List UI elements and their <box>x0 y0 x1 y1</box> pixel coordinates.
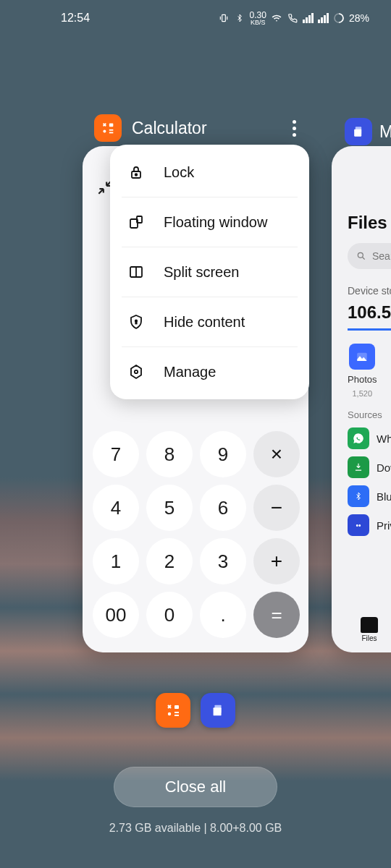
app-header-files[interactable]: M <box>345 118 391 145</box>
key-2[interactable]: 2 <box>146 538 193 584</box>
storage-used-value: 106.5 GB <box>348 302 391 331</box>
source-label: Bluetooth <box>377 490 391 503</box>
key-8[interactable]: 8 <box>146 431 193 477</box>
menu-label: Hide content <box>164 314 245 331</box>
key-multiply[interactable]: × <box>253 431 300 477</box>
status-bar: 12:54 0.30KB/S 28% <box>0 0 391 36</box>
source-downloads[interactable]: Downloads <box>348 456 391 478</box>
dock-app-calculator[interactable] <box>156 693 190 728</box>
private-icon: •• <box>348 514 369 536</box>
key-0[interactable]: 0 <box>146 592 193 638</box>
battery-ring-icon <box>333 12 345 24</box>
key-plus[interactable]: + <box>253 538 300 584</box>
close-all-button[interactable]: Close all <box>114 767 277 807</box>
split-screen-icon <box>126 262 146 282</box>
dock-app-files[interactable] <box>201 693 235 728</box>
svg-point-3 <box>103 130 106 133</box>
app-options-menu: Lock Floating window Split screen Hide c… <box>110 145 309 399</box>
key-00[interactable]: 00 <box>93 592 139 638</box>
key-5[interactable]: 5 <box>146 485 193 531</box>
volte-icon <box>287 12 298 24</box>
calculator-app-icon <box>94 114 122 142</box>
svg-rect-25 <box>175 712 179 713</box>
files-search-field[interactable]: Search <box>348 243 391 269</box>
gear-icon <box>126 362 146 382</box>
calculator-keypad: 7 8 9 × 4 5 6 − 1 2 3 + 00 0 . = <box>83 431 308 638</box>
menu-item-manage[interactable]: Manage <box>122 346 298 396</box>
source-whatsapp[interactable]: WhatsApp <box>348 427 391 449</box>
files-heading: Files <box>348 213 391 233</box>
download-icon <box>348 456 369 478</box>
key-9[interactable]: 9 <box>200 431 246 477</box>
lock-icon <box>126 162 146 182</box>
recent-app-card-files[interactable]: Files Search Device storage 106.5 GB Pho… <box>332 146 391 652</box>
svg-rect-28 <box>214 707 222 715</box>
svg-rect-4 <box>109 129 114 131</box>
key-1[interactable]: 1 <box>93 538 139 584</box>
app-header-calculator[interactable]: Calculator <box>94 114 207 142</box>
svg-point-22 <box>135 370 138 373</box>
key-7[interactable]: 7 <box>93 431 139 477</box>
shield-icon <box>126 312 146 332</box>
app-title: Calculator <box>132 119 207 138</box>
bluetooth-source-icon <box>348 485 369 507</box>
menu-item-floating-window[interactable]: Floating window <box>122 197 298 247</box>
svg-rect-7 <box>354 129 361 137</box>
wifi-icon <box>271 12 282 24</box>
sources-heading: Sources <box>348 409 391 420</box>
data-rate-indicator: 0.30KB/S <box>250 11 266 26</box>
files-nav-files[interactable]: Files <box>361 617 378 642</box>
source-label: WhatsApp <box>377 433 391 445</box>
menu-label: Split screen <box>164 264 240 281</box>
menu-item-hide-content[interactable]: Hide content <box>122 297 298 346</box>
tile-photos[interactable]: Photos 1,520 <box>348 344 377 398</box>
key-6[interactable]: 6 <box>200 485 246 531</box>
memory-info: 2.73 GB available | 8.00+8.00 GB <box>0 822 391 835</box>
bluetooth-icon <box>234 12 245 24</box>
svg-marker-21 <box>131 365 141 378</box>
search-icon <box>356 251 366 261</box>
tile-photos-count: 1,520 <box>352 389 372 398</box>
key-equals[interactable]: = <box>253 592 300 638</box>
status-time: 12:54 <box>61 12 90 25</box>
svg-rect-20 <box>135 322 136 324</box>
floating-window-icon <box>126 212 146 232</box>
signal-bars-2-icon <box>318 13 329 23</box>
menu-item-split-screen[interactable]: Split screen <box>122 247 298 297</box>
svg-rect-2 <box>109 124 114 127</box>
tile-photos-label: Photos <box>348 374 377 385</box>
close-all-label: Close all <box>165 778 226 796</box>
more-options-button[interactable] <box>284 118 304 138</box>
signal-bars-1-icon <box>303 13 314 23</box>
menu-label: Lock <box>164 164 194 181</box>
device-storage-label: Device storage <box>348 285 391 297</box>
photos-icon <box>349 344 375 370</box>
source-bluetooth[interactable]: Bluetooth <box>348 485 391 507</box>
search-placeholder: Search <box>372 250 391 262</box>
key-3[interactable]: 3 <box>200 538 246 584</box>
menu-label: Floating window <box>164 214 267 231</box>
key-4[interactable]: 4 <box>93 485 139 531</box>
menu-label: Manage <box>164 364 216 380</box>
svg-point-8 <box>358 252 363 258</box>
status-right: 0.30KB/S 28% <box>218 11 369 26</box>
whatsapp-icon <box>348 427 369 449</box>
svg-rect-26 <box>175 715 179 716</box>
files-nav-label: Files <box>361 634 377 642</box>
source-label: Private <box>377 519 391 532</box>
svg-rect-0 <box>222 14 225 21</box>
key-dot[interactable]: . <box>200 592 246 638</box>
svg-rect-5 <box>109 132 114 134</box>
vibrate-icon <box>218 12 230 24</box>
folder-icon <box>361 617 378 633</box>
app-title-peek: M <box>379 122 391 142</box>
menu-item-lock[interactable]: Lock <box>110 148 309 197</box>
svg-point-24 <box>168 712 171 715</box>
files-app-icon <box>345 118 372 145</box>
key-minus[interactable]: − <box>253 485 300 531</box>
source-private[interactable]: •• Private <box>348 514 391 536</box>
recents-dock <box>0 693 391 728</box>
source-label: Downloads <box>377 461 391 474</box>
svg-rect-23 <box>175 705 179 709</box>
svg-point-14 <box>135 174 138 176</box>
